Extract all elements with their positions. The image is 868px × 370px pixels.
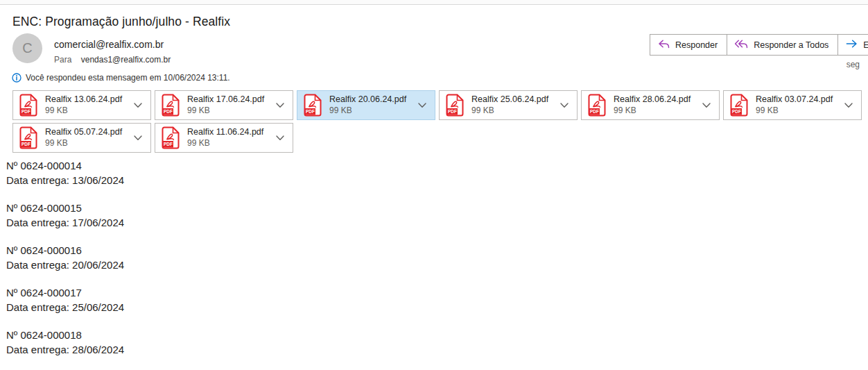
order-delivery-date: Data entrega: 28/06/2024 (6, 342, 124, 357)
order-number: Nº 0624-000017 (6, 285, 124, 300)
email-body: Nº 0624-000014 Data entrega: 13/06/2024 … (6, 158, 124, 370)
chevron-down-icon (702, 103, 711, 108)
recipient-email[interactable]: vendas1@realfix.com.br (81, 55, 171, 65)
pdf-file-icon: PDF (730, 94, 748, 117)
pdf-file-icon: PDF (162, 94, 180, 117)
pdf-file-icon: PDF (162, 126, 180, 149)
attachment-size: 99 KB (45, 106, 130, 116)
forward-icon (845, 39, 858, 51)
reply-icon (657, 39, 670, 51)
attachment-texts: Realfix 05.07.24.pdf 99 KB (45, 127, 130, 149)
attachment-card[interactable]: PDF Realfix 28.06.24.pdf 99 KB (581, 90, 720, 120)
attachment-card[interactable]: PDF Realfix 25.06.24.pdf 99 KB (439, 90, 578, 120)
pane-top-strip (0, 0, 868, 5)
attachment-card[interactable]: PDF Realfix 20.06.24.pdf 99 KB (297, 90, 435, 120)
order-block: Nº 0624-000017 Data entrega: 25/06/2024 (6, 285, 124, 314)
attachment-name: Realfix 20.06.24.pdf (329, 94, 414, 106)
attachments-grid: PDF Realfix 13.06.24.pdf 99 KB PDF Realf… (12, 90, 866, 153)
order-delivery-date: Data entrega: 17/06/2024 (6, 215, 124, 230)
sender-avatar[interactable]: C (12, 33, 42, 63)
reply-button[interactable]: Responder (650, 34, 727, 56)
replied-info-bar: Você respondeu esta mensagem em 10/06/20… (12, 73, 230, 83)
svg-text:PDF: PDF (590, 109, 599, 114)
reply-all-button[interactable]: Responder a Todos (727, 34, 838, 56)
svg-text:PDF: PDF (164, 142, 173, 146)
attachment-dropdown-button[interactable] (130, 96, 146, 115)
attachment-size: 99 KB (329, 106, 414, 116)
svg-text:PDF: PDF (164, 109, 173, 114)
attachment-dropdown-button[interactable] (272, 128, 288, 148)
attachment-card[interactable]: PDF Realfix 17.06.24.pdf 99 KB (155, 90, 293, 120)
order-block: Nº 0624-000016 Data entrega: 20/06/2024 (6, 243, 124, 272)
svg-text:PDF: PDF (306, 109, 315, 114)
pdf-file-icon: PDF (588, 94, 606, 117)
attachment-size: 99 KB (45, 138, 130, 149)
attachment-dropdown-button[interactable] (272, 96, 288, 115)
pdf-file-icon: PDF (19, 94, 37, 117)
attachment-dropdown-button[interactable] (556, 96, 573, 115)
avatar-initial: C (22, 40, 32, 56)
attachment-dropdown-button[interactable] (840, 96, 857, 115)
chevron-down-icon (276, 135, 284, 141)
reply-button-label: Responder (675, 40, 718, 50)
attachment-size: 99 KB (187, 138, 272, 149)
forward-button[interactable]: Encaminhar (837, 34, 868, 56)
attachment-card[interactable]: PDF Realfix 13.06.24.pdf 99 KB (12, 90, 151, 120)
order-block: Nº 0624-000018 Data entrega: 28/06/2024 (6, 328, 124, 357)
email-action-buttons: Responder Responder a Todos Encaminhar (650, 34, 868, 56)
attachment-texts: Realfix 03.07.24.pdf 99 KB (756, 94, 840, 116)
order-number: Nº 0624-000018 (6, 328, 124, 342)
reply-all-icon (734, 39, 749, 51)
order-delivery-date: Data entrega: 25/06/2024 (6, 300, 124, 314)
reply-all-button-label: Responder a Todos (754, 40, 828, 50)
email-subject: ENC: Programação junho/julho - Realfix (12, 15, 230, 29)
forward-button-label: Encaminhar (863, 40, 868, 50)
recipient-line: Para vendas1@realfix.com.br (54, 55, 171, 65)
replied-info-text: Você respondeu esta mensagem em 10/06/20… (26, 73, 230, 83)
order-number: Nº 0624-000016 (6, 243, 124, 258)
attachment-name: Realfix 05.07.24.pdf (45, 127, 130, 138)
pdf-file-icon: PDF (19, 126, 37, 149)
svg-text:PDF: PDF (21, 109, 31, 114)
attachment-card[interactable]: PDF Realfix 05.07.24.pdf 99 KB (12, 123, 151, 153)
order-block: Nº 0624-000014 Data entrega: 13/06/2024 (6, 158, 124, 187)
received-date-truncated: seg (847, 60, 860, 69)
order-number: Nº 0624-000015 (6, 201, 124, 215)
chevron-down-icon (560, 103, 568, 108)
order-delivery-date: Data entrega: 20/06/2024 (6, 258, 124, 272)
attachment-card[interactable]: PDF Realfix 11.06.24.pdf 99 KB (155, 123, 293, 153)
attachment-size: 99 KB (187, 106, 272, 116)
chevron-down-icon (844, 103, 853, 108)
svg-text:PDF: PDF (21, 142, 31, 146)
attachment-dropdown-button[interactable] (698, 96, 715, 115)
attachment-texts: Realfix 13.06.24.pdf 99 KB (45, 94, 130, 116)
order-number: Nº 0624-000014 (6, 158, 124, 173)
to-label: Para (54, 55, 71, 65)
chevron-down-icon (134, 103, 142, 108)
chevron-down-icon (134, 135, 142, 141)
sender-email[interactable]: comercial@realfix.com.br (54, 39, 164, 50)
order-block: Nº 0624-000015 Data entrega: 17/06/2024 (6, 201, 124, 230)
attachment-size: 99 KB (614, 106, 698, 116)
info-icon (12, 73, 21, 83)
attachment-texts: Realfix 20.06.24.pdf 99 KB (329, 94, 414, 116)
attachment-dropdown-button[interactable] (414, 96, 431, 115)
attachment-size: 99 KB (756, 106, 840, 116)
chevron-down-icon (276, 103, 284, 108)
chevron-down-icon (418, 103, 426, 108)
attachment-card[interactable]: PDF Realfix 03.07.24.pdf 99 KB (723, 90, 862, 120)
attachment-texts: Realfix 17.06.24.pdf 99 KB (187, 94, 272, 116)
attachment-name: Realfix 25.06.24.pdf (471, 94, 556, 106)
attachment-texts: Realfix 28.06.24.pdf 99 KB (614, 94, 698, 116)
attachment-name: Realfix 28.06.24.pdf (614, 94, 698, 106)
attachment-name: Realfix 17.06.24.pdf (187, 94, 272, 106)
order-delivery-date: Data entrega: 13/06/2024 (6, 173, 124, 187)
svg-text:PDF: PDF (448, 109, 457, 114)
pdf-file-icon: PDF (304, 94, 322, 117)
attachment-texts: Realfix 11.06.24.pdf 99 KB (187, 127, 272, 149)
svg-text:PDF: PDF (732, 109, 741, 114)
attachment-size: 99 KB (471, 106, 556, 116)
attachment-texts: Realfix 25.06.24.pdf 99 KB (471, 94, 556, 116)
attachment-name: Realfix 11.06.24.pdf (187, 127, 272, 138)
attachment-dropdown-button[interactable] (130, 128, 146, 148)
